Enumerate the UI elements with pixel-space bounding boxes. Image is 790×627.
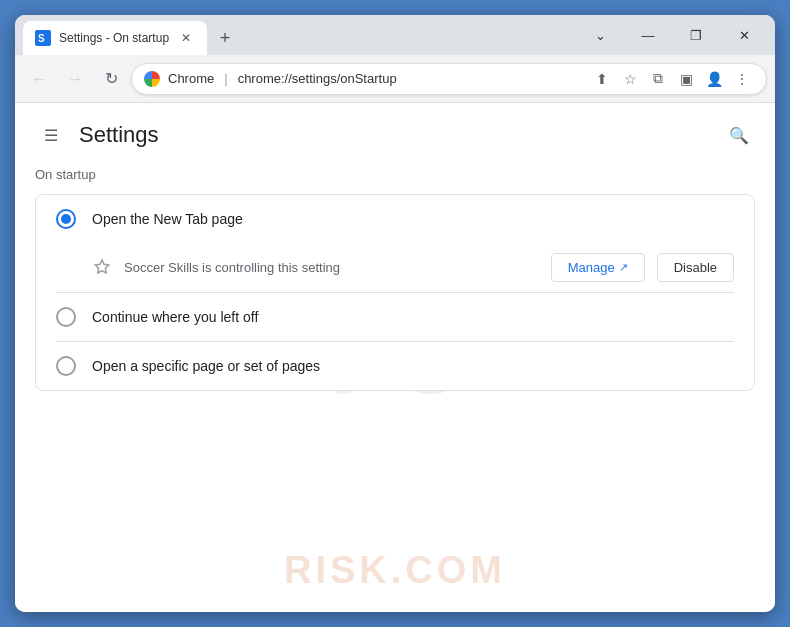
page-title: Settings <box>79 122 159 148</box>
on-startup-section-label: On startup <box>15 159 775 194</box>
content-area: PC RISK.COM ☰ Settings 🔍 On startup <box>15 103 775 612</box>
share-icon[interactable]: ⬆ <box>590 67 614 91</box>
tab-bar: S Settings - On startup ✕ + <box>23 15 577 55</box>
menu-icon[interactable]: ⋮ <box>730 67 754 91</box>
extension-star-icon <box>92 258 112 278</box>
extension-notice-row: Soccer Skills is controlling this settin… <box>36 243 754 292</box>
option-specific-label: Open a specific page or set of pages <box>92 358 320 374</box>
option-continue-label: Continue where you left off <box>92 309 258 325</box>
option-specific-page[interactable]: Open a specific page or set of pages <box>36 342 754 390</box>
watermark-risk: RISK.COM <box>284 549 506 592</box>
chrome-logo-icon <box>144 71 160 87</box>
tab-title: Settings - On startup <box>59 31 169 45</box>
bookmark-icon[interactable]: ☆ <box>618 67 642 91</box>
radio-inner-new-tab <box>61 214 71 224</box>
hamburger-menu-button[interactable]: ☰ <box>35 119 67 151</box>
radio-continue[interactable] <box>56 307 76 327</box>
settings-card: Open the New Tab page Soccer Skills is c… <box>35 194 755 391</box>
address-separator: | <box>224 71 227 86</box>
new-tab-button[interactable]: + <box>211 24 239 52</box>
address-bar-icons: ⬆ ☆ ⧉ ▣ 👤 ⋮ <box>590 67 754 91</box>
disable-button[interactable]: Disable <box>657 253 734 282</box>
window-controls: ⌄ — ❐ ✕ <box>577 15 767 55</box>
manage-label: Manage <box>568 260 615 275</box>
settings-header: ☰ Settings 🔍 <box>15 103 775 159</box>
search-icon: 🔍 <box>729 126 749 145</box>
manage-button[interactable]: Manage ↗ <box>551 253 645 282</box>
search-button[interactable]: 🔍 <box>723 119 755 151</box>
option-new-tab[interactable]: Open the New Tab page <box>36 195 754 243</box>
disable-label: Disable <box>674 260 717 275</box>
navigation-bar: ← → ↻ Chrome | chrome://settings/onStart… <box>15 55 775 103</box>
settings-title-group: ☰ Settings <box>35 119 159 151</box>
option-new-tab-label: Open the New Tab page <box>92 211 243 227</box>
active-tab[interactable]: S Settings - On startup ✕ <box>23 21 207 55</box>
address-bar[interactable]: Chrome | chrome://settings/onStartup ⬆ ☆… <box>131 63 767 95</box>
close-button[interactable]: ✕ <box>721 19 767 51</box>
option-continue[interactable]: Continue where you left off <box>36 293 754 341</box>
title-bar: S Settings - On startup ✕ + ⌄ — ❐ ✕ <box>15 15 775 55</box>
radio-specific[interactable] <box>56 356 76 376</box>
reload-button[interactable]: ↻ <box>95 63 127 95</box>
external-link-icon: ↗ <box>619 261 628 274</box>
extensions-icon[interactable]: ⧉ <box>646 67 670 91</box>
tab-favicon: S <box>35 30 51 46</box>
forward-button[interactable]: → <box>59 63 91 95</box>
chrome-label: Chrome <box>168 71 214 86</box>
sidebar-icon[interactable]: ▣ <box>674 67 698 91</box>
browser-window: S Settings - On startup ✕ + ⌄ — ❐ ✕ ← → … <box>15 15 775 612</box>
maximize-button[interactable]: ❐ <box>673 19 719 51</box>
radio-new-tab[interactable] <box>56 209 76 229</box>
address-text: chrome://settings/onStartup <box>238 71 582 86</box>
profile-icon[interactable]: 👤 <box>702 67 726 91</box>
hamburger-icon: ☰ <box>44 126 58 145</box>
extension-notice-text: Soccer Skills is controlling this settin… <box>124 260 539 275</box>
chevron-down-button[interactable]: ⌄ <box>577 19 623 51</box>
tab-close-button[interactable]: ✕ <box>177 29 195 47</box>
back-button[interactable]: ← <box>23 63 55 95</box>
svg-text:S: S <box>38 33 45 44</box>
minimize-button[interactable]: — <box>625 19 671 51</box>
